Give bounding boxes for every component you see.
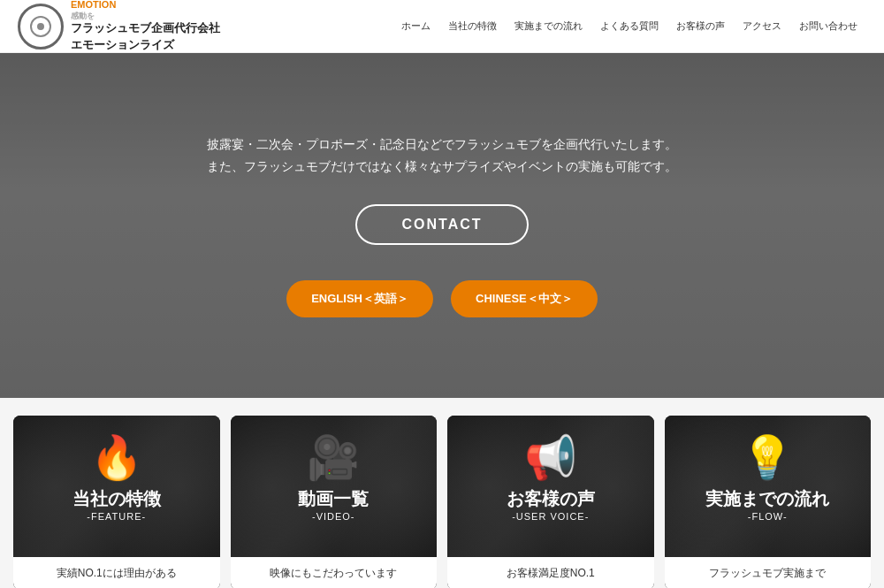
video-title-jp: 動画一覧: [298, 488, 369, 509]
voice-icon: 📢: [524, 433, 577, 483]
logo-subtitle: 感動を: [71, 11, 220, 21]
header: EMOTION 感動を フラッシュモブ企画代行会社 エモーションライズ ホーム …: [0, 0, 884, 53]
hero-content: 披露宴・二次会・プロポーズ・記念日などでフラッシュモブを企画代行いたします。 ま…: [207, 134, 677, 245]
flow-title-en: -FLOW-: [748, 511, 788, 522]
main-nav: ホーム 当社の特徴 実施までの流れ よくある質問 お客様の声 アクセス お問い合…: [220, 16, 866, 36]
feature-icon: 🔥: [90, 433, 143, 483]
video-title-en: -VIDEO-: [312, 511, 355, 522]
voice-title-en: -USER VOICE-: [512, 511, 589, 522]
video-desc: 映像にもこだわっています: [231, 557, 438, 588]
nav-access[interactable]: アクセス: [734, 16, 790, 36]
card-feature[interactable]: 🔥 当社の特徴 -FEATURE- 実績NO.1には理由がある: [13, 416, 220, 588]
hero-text: 披露宴・二次会・プロポーズ・記念日などでフラッシュモブを企画代行いたします。 ま…: [207, 134, 677, 178]
nav-contact[interactable]: お問い合わせ: [790, 16, 866, 36]
nav-voice[interactable]: お客様の声: [667, 16, 734, 36]
logo-icon: [18, 4, 64, 50]
cards-section: 🔥 当社の特徴 -FEATURE- 実績NO.1には理由がある 🎥 動画一覧 -…: [0, 398, 884, 588]
logo-area: EMOTION 感動を フラッシュモブ企画代行会社 エモーションライズ: [18, 0, 220, 53]
company-name: フラッシュモブ企画代行会社 エモーションライズ: [71, 20, 220, 52]
card-voice[interactable]: 📢 お客様の声 -USER VOICE- お客様満足度NO.1: [447, 416, 654, 588]
english-button[interactable]: ENGLISH＜英語＞: [286, 280, 433, 317]
nav-flow[interactable]: 実施までの流れ: [506, 16, 591, 36]
flow-icon: 💡: [741, 433, 794, 483]
nav-feature[interactable]: 当社の特徴: [439, 16, 506, 36]
logo-text: EMOTION 感動を フラッシュモブ企画代行会社 エモーションライズ: [71, 0, 220, 53]
hero-section: 披露宴・二次会・プロポーズ・記念日などでフラッシュモブを企画代行いたします。 ま…: [0, 53, 884, 398]
feature-title-en: -FEATURE-: [87, 511, 146, 522]
contact-button[interactable]: CONTACT: [355, 204, 528, 245]
nav-faq[interactable]: よくある質問: [591, 16, 667, 36]
flow-title-jp: 実施までの流れ: [705, 488, 829, 509]
feature-title-jp: 当社の特徴: [72, 488, 161, 509]
cards-grid: 🔥 当社の特徴 -FEATURE- 実績NO.1には理由がある 🎥 動画一覧 -…: [13, 398, 871, 588]
voice-title-jp: お客様の声: [507, 488, 595, 509]
card-flow[interactable]: 💡 実施までの流れ -FLOW- フラッシュモブ実施まで: [665, 416, 872, 588]
nav-home[interactable]: ホーム: [392, 16, 439, 36]
logo-title: EMOTION 感動を: [71, 0, 220, 20]
flow-desc: フラッシュモブ実施まで: [665, 557, 872, 588]
feature-desc: 実績NO.1には理由がある: [13, 557, 220, 588]
video-icon: 🎥: [307, 433, 360, 483]
chinese-button[interactable]: CHINESE＜中文＞: [451, 280, 598, 317]
lang-buttons: ENGLISH＜英語＞ CHINESE＜中文＞: [286, 280, 598, 317]
card-video[interactable]: 🎥 動画一覧 -VIDEO- 映像にもこだわっています: [231, 416, 438, 588]
voice-desc: お客様満足度NO.1: [447, 557, 654, 588]
